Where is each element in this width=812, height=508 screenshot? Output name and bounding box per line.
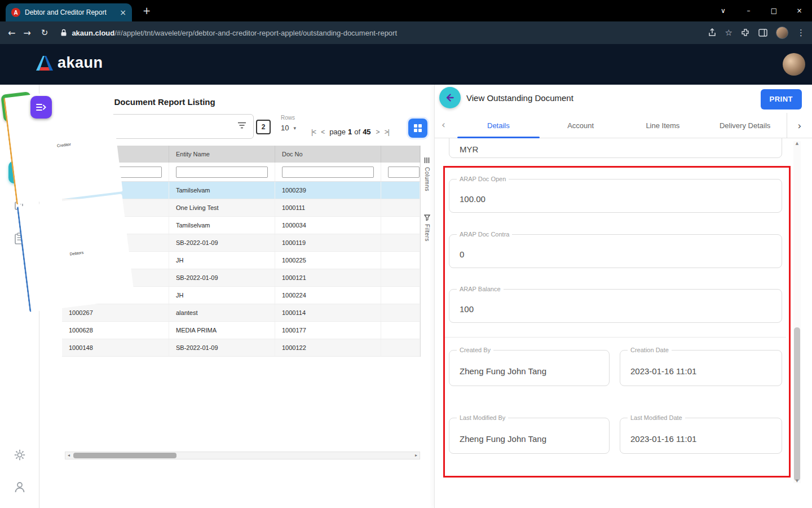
last-modified-date-field[interactable]: Last Modified Date 2023-01-16 11:01	[620, 418, 782, 454]
tab-delivery-details[interactable]: Delivery Details	[704, 113, 786, 138]
vertical-scroll-thumb[interactable]	[794, 327, 800, 481]
page-word: page	[329, 128, 346, 136]
field-label: Creation Date	[628, 347, 672, 353]
applet-card: Creditor Debtors	[1, 91, 33, 122]
user-avatar[interactable]	[783, 53, 805, 76]
field-value: Zheng Fung John Tang	[460, 434, 546, 444]
first-page-icon[interactable]: |<	[311, 128, 316, 136]
table-row[interactable]: 1000628 MEDIA PRIMA 1000177	[62, 322, 420, 339]
table-row[interactable]: 1000267 alantest 1000114	[62, 304, 420, 322]
field-label: ARAP Balance	[457, 286, 504, 292]
column-header-doc-no[interactable]: Doc No	[275, 146, 381, 163]
sidebar: Creditor Debtors A	[0, 85, 39, 508]
cell-doc-no: 1000111	[275, 199, 381, 216]
akaun-logo: akaun	[36, 54, 103, 72]
cell-extra	[381, 182, 420, 199]
columns-toggle[interactable]: Columns	[421, 157, 433, 191]
window-close-icon[interactable]: ×	[787, 0, 812, 21]
window-controls: ∨ – □ ×	[710, 0, 812, 21]
rows-value: 10	[281, 124, 289, 132]
detail-tab-bar: ‹ Details Account Line Items Delivery De…	[435, 113, 812, 138]
applet-switcher[interactable]: Creditor Debtors	[1, 91, 54, 124]
back-button[interactable]	[439, 87, 461, 108]
prev-page-icon[interactable]: <	[321, 128, 324, 136]
side-panel-icon[interactable]	[758, 29, 767, 37]
back-icon[interactable]: ←	[8, 28, 15, 38]
filters-toggle[interactable]: Filters	[421, 214, 433, 242]
of-word: of	[354, 128, 360, 136]
address-bar[interactable]: akaun.cloud/#/applet/tnt/wavelet/erp/deb…	[72, 29, 397, 37]
field-label: Created By	[457, 347, 493, 353]
grid-view-button[interactable]	[408, 119, 427, 138]
scroll-down-icon[interactable]: ▼	[793, 479, 801, 483]
tab-line-items[interactable]: Line Items	[622, 113, 704, 138]
pagination: |< < page 1 of 45 > >|	[311, 128, 389, 136]
cell-entity-code: 1000267	[62, 304, 169, 321]
cell-doc-no: 1000239	[275, 182, 381, 199]
window-minimize-icon[interactable]: –	[736, 0, 761, 21]
tabs-scroll-right-icon[interactable]: ›	[787, 113, 812, 138]
bookmark-star-icon[interactable]: ☆	[725, 28, 732, 38]
browser-profile-avatar[interactable]	[776, 27, 788, 39]
column-header-entity-name[interactable]: Entity Name	[169, 146, 275, 163]
filter-input-extra[interactable]	[388, 167, 420, 178]
cell-doc-no: 1000119	[275, 234, 381, 251]
sidebar-expand-button[interactable]	[30, 96, 52, 119]
page-indicator: page 1 of 45	[329, 128, 370, 136]
cell-doc-no: 1000225	[275, 252, 381, 269]
browser-tab[interactable]: A Debtor and Creditor Report ×	[6, 3, 132, 21]
cell-entity-name: JH	[169, 252, 275, 269]
window-maximize-icon[interactable]: □	[761, 0, 787, 21]
lock-icon[interactable]	[60, 29, 67, 37]
horizontal-scrollbar[interactable]: ◂ ▸	[65, 452, 420, 459]
arap-doc-contra-field[interactable]: ARAP Doc Contra 0	[449, 234, 782, 268]
field-label: ARAP Doc Contra	[457, 231, 512, 238]
rows-per-page-select[interactable]: Rows 10 ▾	[281, 115, 310, 132]
horizontal-scroll-thumb[interactable]	[73, 453, 176, 458]
field-label: ARAP Doc Open	[457, 176, 509, 182]
tab-details[interactable]: Details	[457, 113, 540, 138]
filter-input-doc-no[interactable]	[282, 167, 374, 178]
last-modified-by-field[interactable]: Last Modified By Zheng Fung John Tang	[449, 418, 610, 454]
brand-name: akaun	[58, 54, 103, 72]
arap-doc-open-field[interactable]: ARAP Doc Open 100.00	[449, 179, 782, 213]
cell-entity-name: SB-2022-01-09	[169, 234, 275, 251]
window-chevron-icon[interactable]: ∨	[710, 0, 736, 21]
applet-chip-creditor: Creditor	[3, 85, 123, 205]
last-page-icon[interactable]: >|	[385, 128, 389, 136]
table-row[interactable]: 1000148 SB-2022-01-09 1000122	[62, 339, 420, 357]
extensions-puzzle-icon[interactable]	[741, 28, 750, 37]
next-page-icon[interactable]: >	[376, 128, 379, 136]
rows-label: Rows	[281, 115, 310, 121]
scroll-up-icon[interactable]: ▲	[793, 141, 801, 146]
share-icon[interactable]	[708, 28, 717, 37]
cell-doc-no: 1000177	[275, 322, 381, 339]
settings-gear-icon[interactable]	[14, 449, 26, 461]
arap-balance-field[interactable]: ARAP Balance 100	[449, 289, 782, 323]
filter-input-entity-name[interactable]	[176, 167, 268, 178]
toolbar-right-icons: ☆ ⋮	[708, 27, 805, 39]
browser-menu-icon[interactable]: ⋮	[797, 28, 805, 38]
new-tab-button[interactable]: +	[140, 4, 153, 17]
profile-person-icon[interactable]	[14, 481, 26, 493]
forward-icon[interactable]: →	[23, 28, 30, 38]
field-value: 100	[460, 304, 474, 314]
cell-extra	[381, 304, 420, 321]
vertical-scrollbar[interactable]: ▲ ▼	[793, 141, 801, 483]
cell-extra	[381, 234, 420, 251]
print-button[interactable]: PRINT	[761, 89, 802, 110]
browser-toolbar: ← → ↻ akaun.cloud/#/applet/tnt/wavelet/e…	[0, 21, 812, 44]
created-by-field[interactable]: Created By Zheng Fung John Tang	[449, 350, 610, 386]
two-pane-toggle-icon[interactable]: 2	[256, 120, 271, 134]
currency-field[interactable]: MYR	[449, 138, 782, 158]
tab-close-icon[interactable]: ×	[120, 8, 126, 17]
tab-account[interactable]: Account	[540, 113, 622, 138]
scroll-right-icon[interactable]: ▸	[413, 452, 420, 459]
tabs-scroll-left-icon[interactable]: ‹	[442, 119, 445, 130]
reload-icon[interactable]: ↻	[41, 28, 48, 38]
column-header-extra[interactable]	[381, 146, 420, 163]
creation-date-field[interactable]: Creation Date 2023-01-16 11:01	[620, 350, 782, 386]
url-path: /#/applet/tnt/wavelet/erp/debtor-and-cre…	[114, 29, 397, 37]
filter-list-icon[interactable]	[237, 121, 246, 132]
scroll-left-icon[interactable]: ◂	[65, 452, 72, 459]
